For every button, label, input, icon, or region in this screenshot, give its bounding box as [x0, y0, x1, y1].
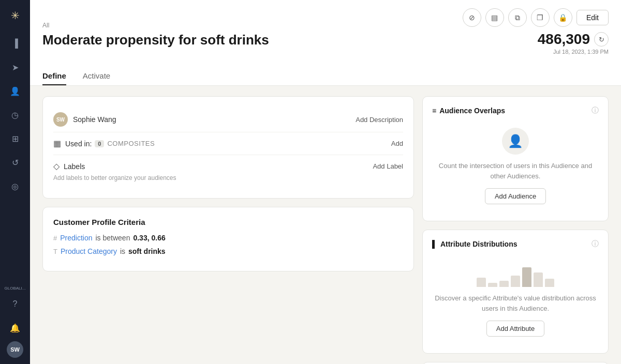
tab-activate[interactable]: Activate: [83, 67, 110, 85]
audience-overlaps-description: Count the intersection of users in this …: [432, 161, 599, 181]
audience-overlaps-empty: 👤 Count the intersection of users in thi…: [432, 123, 599, 211]
grid-icon: ⊞: [12, 134, 19, 144]
prediction-icon: #: [53, 234, 57, 242]
copy-icon: ❐: [537, 13, 543, 22]
attribute-distributions-header: ▌ Attribute Distributions ⓘ: [432, 239, 599, 249]
tab-define[interactable]: Define: [42, 67, 66, 85]
count-date: Jul 18, 2023, 1:39 PM: [553, 49, 609, 55]
left-panel: SW Sophie Wang Add Description ▦ Used in…: [42, 96, 414, 354]
overlap-avatar-placeholder: 👤: [502, 128, 529, 155]
overlaps-icon: ≡: [432, 107, 436, 115]
add-description-button[interactable]: Add Description: [356, 116, 403, 124]
dimension-counts-card: ⊡ Dimension Counts ⓘ: [422, 362, 609, 364]
count-area: 486,309 ↻: [538, 31, 609, 48]
send-icon: ➤: [12, 63, 19, 72]
refresh-icon: ↻: [599, 36, 604, 43]
right-panel: ≡ Audience Overlaps ⓘ 👤 Count the inters…: [422, 96, 609, 354]
owner-row: SW Sophie Wang Add Description: [53, 107, 403, 132]
composites-label: COMPOSITES: [107, 140, 155, 147]
prediction-field[interactable]: Prediction: [60, 234, 92, 242]
nav-label: GLOBALI...: [5, 286, 26, 291]
header: All Moderate propensity for soft drinks …: [30, 0, 621, 86]
bar-chart-icon: ▌: [432, 240, 437, 248]
copy-button[interactable]: ❐: [531, 8, 550, 27]
sidebar-item-history[interactable]: ↺: [5, 152, 25, 173]
layers-button[interactable]: ⧉: [508, 8, 527, 27]
main-content: All Moderate propensity for soft drinks …: [30, 0, 621, 364]
attribute-distributions-card: ▌ Attribute Distributions ⓘ: [422, 230, 609, 354]
attribute-distributions-info-icon[interactable]: ⓘ: [592, 239, 599, 249]
criteria-card: Customer Profile Criteria # Prediction i…: [42, 207, 414, 271]
bar-2: [488, 283, 497, 287]
count-number: 486,309: [538, 31, 590, 48]
edit-button[interactable]: Edit: [576, 10, 609, 25]
analytics-icon: ▐: [12, 39, 18, 48]
eye-off-button[interactable]: ⊘: [463, 8, 481, 27]
labels-icon: ◇: [53, 161, 60, 171]
lock-icon: 🔒: [558, 13, 567, 22]
audience-overlaps-header: ≡ Audience Overlaps ⓘ: [432, 106, 599, 115]
bar-7: [545, 279, 554, 287]
sidebar-item-target[interactable]: ◎: [5, 176, 25, 196]
owner-avatar: SW: [53, 112, 68, 127]
clock-icon: ◷: [11, 110, 19, 120]
logo-icon: ✳: [11, 9, 20, 22]
header-top-row: All Moderate propensity for soft drinks …: [42, 8, 609, 61]
bar-3: [499, 281, 509, 287]
product-category-operator: is: [120, 247, 125, 255]
labels-description: Add labels to better organize your audie…: [53, 174, 403, 181]
person-icon: 👤: [508, 134, 523, 148]
used-in-icon: ▦: [53, 139, 61, 148]
bar-6: [534, 272, 543, 287]
help-icon: ?: [13, 299, 18, 309]
bar-5: [522, 267, 531, 287]
criteria-row-1: T Product Category is soft drinks: [53, 247, 403, 255]
bar-4: [511, 276, 520, 287]
refresh-count-button[interactable]: ↻: [594, 32, 609, 47]
sidebar-item-users[interactable]: 👤: [5, 81, 25, 101]
audience-overlaps-title: ≡ Audience Overlaps: [432, 107, 505, 115]
audience-overlaps-card: ≡ Audience Overlaps ⓘ 👤 Count the inters…: [422, 96, 609, 221]
audience-overlaps-info-icon[interactable]: ⓘ: [592, 106, 599, 115]
sidebar-bottom: GLOBALI... ? 🔔 SW: [5, 286, 26, 358]
sidebar-item-analytics[interactable]: ▐: [5, 33, 25, 54]
eye-off-icon: ⊘: [469, 13, 475, 22]
sidebar-item-bell[interactable]: 🔔: [5, 317, 25, 338]
database-button[interactable]: ▤: [485, 8, 504, 27]
layers-icon: ⧉: [515, 13, 520, 22]
header-actions: ⊘ ▤ ⧉ ❐ 🔒 Edit: [463, 8, 609, 27]
sidebar-item-send[interactable]: ➤: [5, 57, 25, 78]
criteria-row-0: # Prediction is between 0.33, 0.66: [53, 234, 403, 242]
tabs: Define Activate: [42, 67, 609, 85]
add-attribute-button[interactable]: Add Attribute: [486, 321, 544, 337]
labels-title: Labels: [64, 162, 373, 171]
labels-row: ◇ Labels Add Label Add labels to better …: [53, 155, 403, 188]
product-cat-icon: T: [53, 248, 57, 255]
user-avatar[interactable]: SW: [7, 341, 23, 358]
used-in-label: Used in:: [65, 140, 92, 148]
attribute-distributions-content: Discover a specific Attribute's value di…: [432, 256, 599, 344]
criteria-title: Customer Profile Criteria: [53, 218, 403, 226]
add-label-button[interactable]: Add Label: [373, 162, 403, 170]
composites-badge: 0: [95, 140, 104, 147]
sidebar-item-clock[interactable]: ◷: [5, 104, 25, 125]
sidebar-item-help[interactable]: ?: [5, 294, 25, 314]
sidebar-item-grid[interactable]: ⊞: [5, 128, 25, 149]
info-card: SW Sophie Wang Add Description ▦ Used in…: [42, 96, 414, 199]
header-right: ⊘ ▤ ⧉ ❐ 🔒 Edit: [463, 8, 609, 61]
used-in-row: ▦ Used in: 0 COMPOSITES Add: [53, 132, 403, 155]
history-icon: ↺: [12, 158, 19, 168]
breadcrumb: All: [42, 22, 269, 29]
add-composites-button[interactable]: Add: [391, 140, 403, 147]
prediction-value: 0.33, 0.66: [133, 234, 165, 242]
target-icon: ◎: [11, 181, 19, 191]
prediction-operator: is between: [96, 234, 130, 242]
attribute-distributions-description: Discover a specific Attribute's value di…: [432, 293, 599, 313]
owner-name: Sophie Wang: [73, 115, 356, 124]
logo[interactable]: ✳: [6, 6, 24, 25]
add-audience-button[interactable]: Add Audience: [485, 188, 546, 204]
bar-chart-placeholder: [477, 261, 554, 287]
product-category-field[interactable]: Product Category: [61, 247, 117, 255]
lock-button[interactable]: 🔒: [554, 8, 572, 27]
content-area: SW Sophie Wang Add Description ▦ Used in…: [30, 86, 621, 364]
